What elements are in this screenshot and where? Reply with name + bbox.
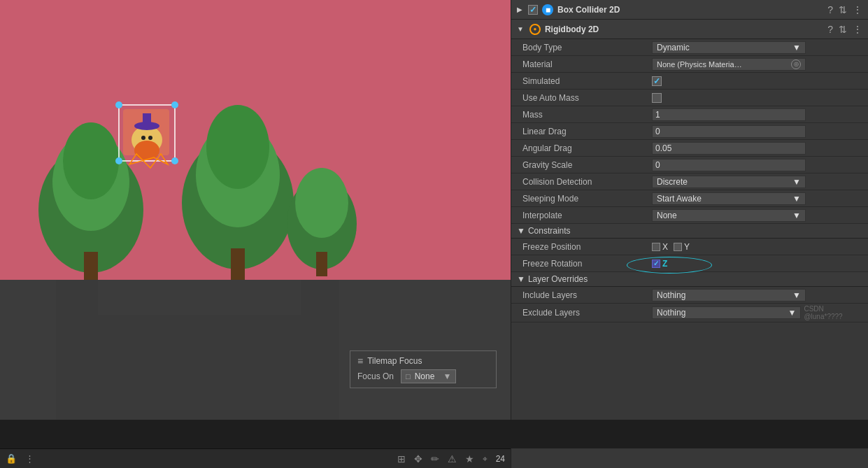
- collapse-triangle-icon[interactable]: ▶: [517, 6, 522, 13]
- linear-drag-input[interactable]: [652, 125, 806, 138]
- body-type-dropdown[interactable]: Dynamic ▼: [652, 41, 806, 54]
- rigidbody-icon: ●: [529, 24, 541, 35]
- use-auto-mass-label: Use Auto Mass: [522, 93, 652, 103]
- box-collider-header: ▶ ✓ ◼ Box Collider 2D ? ⇅ ⋮: [511, 0, 868, 20]
- collision-detection-arrow-icon: ▼: [792, 177, 801, 187]
- use-auto-mass-checkbox[interactable]: [652, 93, 662, 103]
- constraints-label: Constraints: [528, 226, 571, 236]
- freeze-rotation-z-label: Z: [662, 259, 667, 269]
- interpolate-row: Interpolate None ▼: [511, 207, 868, 224]
- settings-icon[interactable]: ⇅: [839, 4, 847, 15]
- sleeping-mode-row: Sleeping Mode Start Awake ▼: [511, 190, 868, 207]
- inspector-panel: ▶ ✓ ◼ Box Collider 2D ? ⇅ ⋮ ▼ ● Rigidbod…: [511, 0, 868, 420]
- angular-drag-input[interactable]: [652, 142, 806, 155]
- interpolate-label: Interpolate: [522, 211, 652, 220]
- layer-overrides-label: Layer Overrides: [528, 274, 588, 284]
- svg-rect-14: [301, 280, 339, 420]
- include-layers-value: Nothing: [657, 290, 685, 300]
- gravity-scale-input[interactable]: [652, 159, 806, 171]
- tilemap-icon: ≡: [357, 355, 363, 367]
- simulated-checkbox[interactable]: ✓: [652, 76, 662, 86]
- layers-icon[interactable]: ⊞: [397, 453, 406, 465]
- lock-icon[interactable]: 🔒: [6, 453, 17, 464]
- tilemap-focus-label: Tilemap Focus: [367, 356, 422, 366]
- body-type-value: Dynamic: [657, 43, 690, 52]
- warning-icon[interactable]: ⚠: [448, 453, 457, 465]
- freeze-rotation-checkboxes: ✓ Z: [652, 259, 667, 269]
- watermark-text: CSDN @luna*????: [804, 305, 862, 320]
- move-icon[interactable]: ✥: [414, 453, 422, 465]
- collision-detection-value: Discrete: [657, 177, 688, 187]
- freeze-position-label: Freeze Position: [522, 242, 652, 252]
- mass-row: Mass: [511, 106, 868, 123]
- scene-view[interactable]: ≡ Tilemap Focus Focus On □ None ▼: [0, 0, 511, 420]
- angular-drag-row: Angular Drag: [511, 140, 868, 157]
- sleeping-mode-label: Sleeping Mode: [522, 194, 652, 204]
- none-icon: □: [406, 372, 411, 381]
- include-layers-label: Include Layers: [522, 290, 652, 300]
- path-icon[interactable]: ⌖: [483, 454, 488, 464]
- interpolate-value: None: [657, 211, 677, 220]
- exclude-layers-dropdown[interactable]: Nothing ▼: [652, 306, 801, 319]
- freeze-position-x-checkbox[interactable]: [652, 243, 660, 251]
- freeze-rotation-z-item: ✓ Z: [652, 259, 667, 269]
- rigidbody-collapse-icon[interactable]: ▼: [517, 25, 524, 33]
- svg-point-18: [63, 122, 119, 199]
- use-auto-mass-row: Use Auto Mass: [511, 90, 868, 106]
- sleeping-mode-value: Start Awake: [657, 194, 702, 204]
- rigidbody-menu-icon[interactable]: ⋮: [853, 24, 862, 35]
- freeze-position-y-item: Y: [674, 242, 690, 252]
- exclude-layers-value: Nothing: [657, 308, 685, 318]
- material-row: Material None (Physics Materia… ◎: [511, 56, 868, 73]
- svg-point-32: [148, 136, 152, 140]
- tilemap-popup-row: Focus On □ None ▼: [357, 369, 489, 383]
- svg-rect-26: [316, 252, 327, 276]
- rigidbody-settings-icon[interactable]: ⇅: [839, 24, 847, 35]
- box-collider-title: Box Collider 2D: [557, 5, 823, 15]
- interpolate-dropdown[interactable]: None ▼: [652, 209, 806, 222]
- material-label: Material: [522, 59, 652, 69]
- scene-bottom-toolbar: 🔒 ⋮ ⊞ ✥ ✏ ⚠ ★ ⌖ 24: [0, 448, 511, 468]
- freeze-position-y-checkbox[interactable]: [674, 243, 682, 251]
- body-type-label: Body Type: [522, 43, 652, 52]
- svg-point-37: [115, 157, 122, 164]
- constraints-collapse-icon: ▼: [517, 226, 525, 236]
- paint-icon[interactable]: ✏: [431, 453, 439, 465]
- box-collider-icon: ◼: [542, 4, 553, 15]
- include-layers-dropdown[interactable]: Nothing ▼: [652, 289, 806, 302]
- box-collider-enable-checkbox[interactable]: ✓: [528, 5, 538, 15]
- mass-input[interactable]: [652, 108, 806, 121]
- constraints-section-header[interactable]: ▼ Constraints: [511, 224, 868, 239]
- focus-on-label: Focus On: [357, 371, 394, 381]
- freeze-rotation-z-checkbox[interactable]: ✓: [652, 260, 660, 268]
- material-field[interactable]: None (Physics Materia… ◎: [652, 58, 806, 71]
- star-icon[interactable]: ★: [465, 453, 474, 465]
- help-icon[interactable]: ?: [827, 4, 833, 15]
- svg-rect-19: [84, 252, 98, 280]
- freeze-position-checkboxes: X Y: [652, 242, 690, 252]
- exclude-layers-row: Exclude Layers Nothing ▼ CSDN @luna*????: [511, 304, 868, 322]
- svg-point-33: [134, 141, 159, 160]
- layer-overrides-section-header[interactable]: ▼ Layer Overrides: [511, 272, 868, 287]
- svg-rect-23: [231, 248, 245, 280]
- menu-icon[interactable]: ⋮: [853, 4, 862, 15]
- sleeping-mode-arrow-icon: ▼: [792, 194, 801, 204]
- include-layers-row: Include Layers Nothing ▼: [511, 287, 868, 304]
- linear-drag-label: Linear Drag: [522, 127, 652, 136]
- dropdown-arrow-icon: ▼: [443, 371, 451, 381]
- focus-on-dropdown[interactable]: □ None ▼: [401, 369, 456, 383]
- sleeping-mode-dropdown[interactable]: Start Awake ▼: [652, 192, 806, 205]
- scene-menu-icon[interactable]: ⋮: [25, 453, 34, 464]
- interpolate-arrow-icon: ▼: [792, 211, 801, 220]
- angular-drag-label: Angular Drag: [522, 143, 652, 153]
- material-picker-icon[interactable]: ◎: [791, 59, 801, 69]
- rigidbody-help-icon[interactable]: ?: [827, 24, 833, 35]
- collision-detection-label: Collision Detection: [522, 177, 652, 187]
- exclude-layers-label: Exclude Layers: [522, 308, 652, 318]
- freeze-rotation-row: Freeze Rotation ✓ Z: [511, 255, 868, 272]
- scene-canvas: ≡ Tilemap Focus Focus On □ None ▼: [0, 0, 511, 420]
- svg-point-31: [141, 136, 145, 140]
- body-type-row: Body Type Dynamic ▼: [511, 39, 868, 56]
- collision-detection-dropdown[interactable]: Discrete ▼: [652, 176, 806, 188]
- svg-rect-15: [56, 315, 301, 420]
